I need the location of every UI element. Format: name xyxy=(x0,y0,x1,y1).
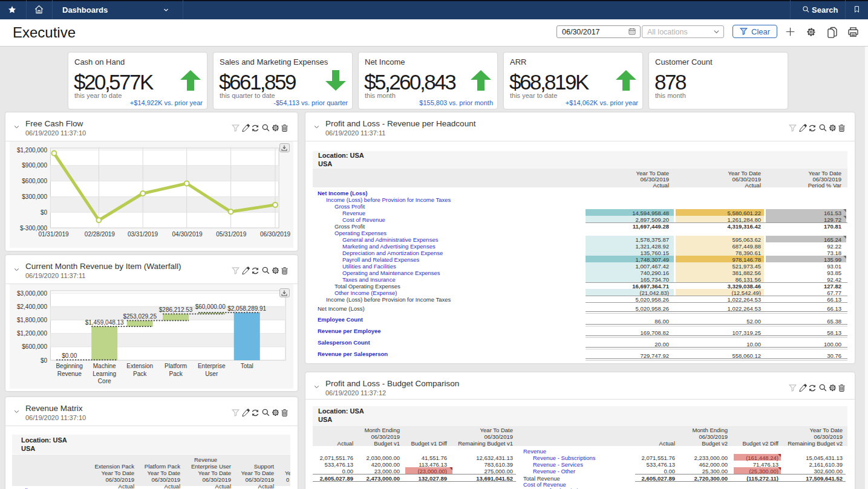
svg-text:$2,058,289.91: $2,058,289.91 xyxy=(227,305,266,312)
svg-text:03/31/2019: 03/31/2019 xyxy=(128,231,158,238)
svg-text:Pack: Pack xyxy=(169,371,183,377)
svg-text:Pack: Pack xyxy=(133,371,147,377)
svg-text:Revenue: Revenue xyxy=(57,371,82,377)
svg-text:$1,200,000: $1,200,000 xyxy=(17,330,47,337)
svg-text:$0.00: $0.00 xyxy=(62,352,77,359)
svg-text:06/30/2019: 06/30/2019 xyxy=(260,231,290,238)
svg-text:$2,400,000: $2,400,000 xyxy=(17,303,47,310)
svg-text:Platform: Platform xyxy=(165,363,187,369)
svg-text:$-300,000: $-300,000 xyxy=(20,225,47,232)
svg-text:$600,000: $600,000 xyxy=(22,343,47,350)
svg-text:02/28/2019: 02/28/2019 xyxy=(85,231,115,238)
svg-text:$253,029.25: $253,029.25 xyxy=(123,313,157,320)
svg-text:$60,000.00: $60,000.00 xyxy=(195,303,226,310)
svg-text:$1,800,000: $1,800,000 xyxy=(17,317,47,323)
svg-text:Machine: Machine xyxy=(93,363,116,369)
svg-text:$600,000: $600,000 xyxy=(22,178,47,184)
svg-text:Learning: Learning xyxy=(93,371,116,377)
svg-text:$3,000,000: $3,000,000 xyxy=(17,290,47,297)
svg-text:Enterprise: Enterprise xyxy=(198,363,226,369)
svg-text:Beginning: Beginning xyxy=(56,363,82,369)
svg-text:$1,459,048.13: $1,459,048.13 xyxy=(85,319,124,326)
svg-text:01/31/2019: 01/31/2019 xyxy=(38,231,68,238)
svg-text:$286,212.53: $286,212.53 xyxy=(159,306,193,313)
svg-text:$900,000: $900,000 xyxy=(22,162,47,169)
svg-text:$0: $0 xyxy=(41,209,48,216)
svg-text:Core: Core xyxy=(98,378,111,384)
svg-text:04/30/2019: 04/30/2019 xyxy=(172,231,203,238)
svg-text:User: User xyxy=(205,371,218,377)
svg-text:$0: $0 xyxy=(41,357,48,364)
svg-text:Total: Total xyxy=(241,363,253,369)
svg-text:Extension: Extension xyxy=(126,363,153,369)
svg-text:$300,000: $300,000 xyxy=(22,193,47,200)
svg-text:05/31/2019: 05/31/2019 xyxy=(216,231,246,238)
svg-text:$1,200,000: $1,200,000 xyxy=(17,147,47,154)
